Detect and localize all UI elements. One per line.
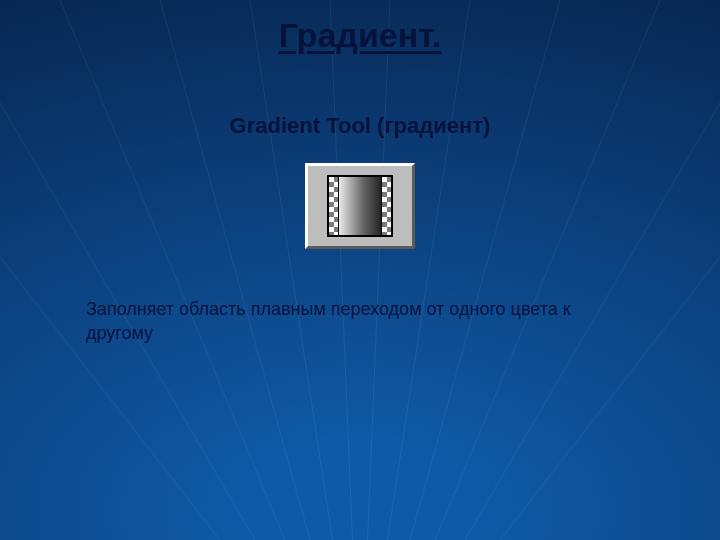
slide-title: Градиент. (0, 0, 720, 55)
transparency-checker-left (329, 177, 339, 235)
slide-description: Заполняет область плавным переходом от о… (86, 297, 626, 346)
transparency-checker-right (381, 177, 391, 235)
slide-subtitle: Gradient Tool (градиент) (0, 113, 720, 139)
gradient-tool-icon (305, 163, 415, 249)
